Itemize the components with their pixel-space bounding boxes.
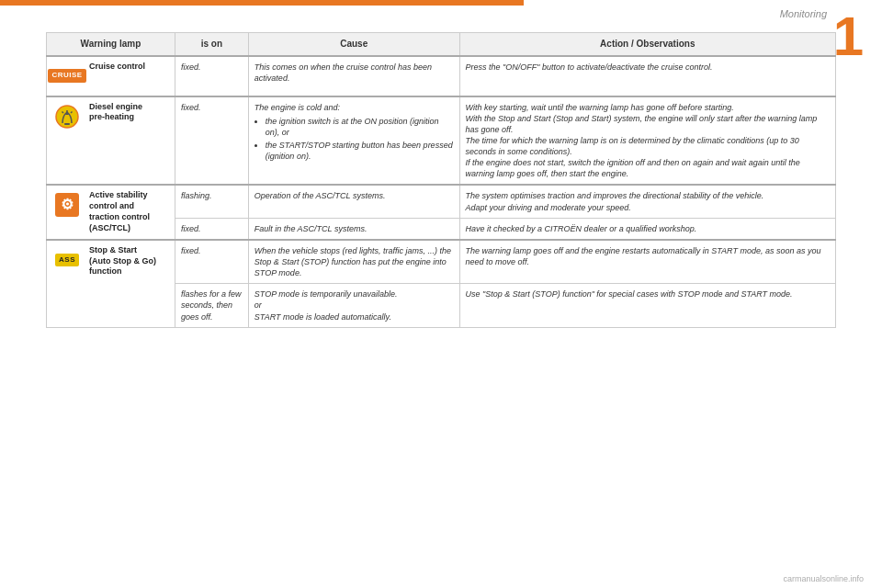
svg-line-4: [71, 111, 73, 113]
lamp-cell-cruise: CRUISE Cruise control: [47, 56, 175, 96]
svg-line-3: [62, 111, 64, 113]
diesel-ison: fixed.: [175, 96, 248, 186]
lamp-cell-ass: ASS Stop & Start(Auto Stop & Go)function: [47, 240, 175, 327]
col-header-lamp: Warning lamp: [47, 33, 175, 56]
asc-cause-2: Fault in the ASC/TCL systems.: [248, 218, 459, 240]
bottom-logo: carmanualsonline.info: [783, 574, 864, 583]
ass-cause-1: When the vehicle stops (red lights, traf…: [248, 240, 459, 284]
col-header-action: Action / Observations: [459, 33, 835, 56]
ass-ison-1: fixed.: [175, 240, 248, 284]
svg-rect-1: [64, 123, 70, 125]
asc-ison-2: fixed.: [175, 218, 248, 240]
ass-ison-2: flashes for a few seconds, then goes off…: [175, 284, 248, 327]
table-row: ASS Stop & Start(Auto Stop & Go)function…: [47, 240, 836, 284]
lamp-cell-asc: ⚙ Active stabilitycontrol andtraction co…: [47, 185, 175, 239]
diesel-icon: [52, 102, 82, 131]
col-header-cause: Cause: [248, 33, 459, 56]
table-row: Diesel enginepre-heating fixed. The engi…: [47, 96, 836, 186]
diesel-cause: The engine is cold and: the ignition swi…: [248, 96, 459, 186]
warning-lamp-table: Warning lamp is on Cause Action / Observ…: [46, 32, 836, 328]
svg-text:⚙: ⚙: [61, 197, 74, 212]
chapter-number: 1: [833, 9, 864, 64]
asc-cause-1: Operation of the ASC/TCL systems.: [248, 185, 459, 218]
top-bar: [0, 0, 524, 6]
cruise-action: Press the "ON/OFF" button to activate/de…: [459, 56, 835, 96]
cruise-icon: CRUISE: [52, 62, 82, 91]
asc-icon: ⚙: [52, 190, 82, 220]
asc-action-1: The system optimises traction and improv…: [459, 185, 835, 218]
header-title: Monitoring: [780, 8, 827, 19]
asc-action-2: Have it checked by a CITROËN dealer or a…: [459, 218, 835, 240]
cruise-badge: CRUISE: [48, 69, 85, 83]
lamp-cell-diesel: Diesel enginepre-heating: [47, 96, 175, 186]
ass-badge: ASS: [55, 254, 79, 267]
diesel-action: With key starting, wait until the warnin…: [459, 96, 835, 186]
list-item: the ignition switch is at the ON positio…: [266, 116, 454, 138]
col-header-ison: is on: [175, 33, 248, 56]
main-table-container: Warning lamp is on Cause Action / Observ…: [46, 32, 836, 570]
ass-icon: ASS: [52, 245, 82, 275]
list-item: the START/STOP starting button has been …: [266, 140, 454, 162]
page: Monitoring 1 Warning lamp is on Cause Ac…: [0, 0, 882, 588]
cruise-cause: This comes on when the cruise control ha…: [248, 56, 459, 96]
cruise-lamp-name: Cruise control: [89, 62, 145, 73]
diesel-cause-list: the ignition switch is at the ON positio…: [266, 116, 454, 163]
asc-ison-1: flashing.: [175, 185, 248, 218]
ass-lamp-name: Stop & Start(Auto Stop & Go)function: [89, 245, 156, 277]
ass-action-1: The warning lamp goes off and the engine…: [459, 240, 835, 284]
cruise-ison: fixed.: [175, 56, 248, 96]
asc-lamp-name: Active stabilitycontrol andtraction cont…: [89, 190, 150, 233]
ass-action-2: Use "Stop & Start (STOP) function" for s…: [459, 284, 835, 327]
table-row: CRUISE Cruise control fixed. This comes …: [47, 56, 836, 96]
table-header-row: Warning lamp is on Cause Action / Observ…: [47, 33, 836, 56]
diesel-lamp-name: Diesel enginepre-heating: [89, 102, 142, 123]
table-row: ⚙ Active stabilitycontrol andtraction co…: [47, 185, 836, 218]
header: Monitoring: [524, 0, 882, 28]
ass-cause-2: STOP mode is temporarily unavailable.orS…: [248, 284, 459, 327]
